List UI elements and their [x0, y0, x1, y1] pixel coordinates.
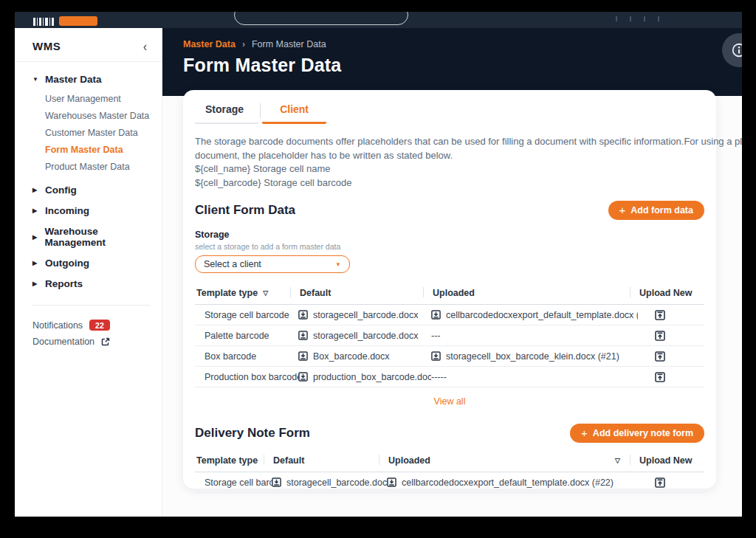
app-title: WMS — [32, 40, 61, 52]
plus-icon: + — [619, 204, 626, 215]
tab-storage[interactable]: Storage — [195, 103, 258, 124]
client-form-data-title: Client Form Data — [195, 203, 295, 218]
notifications-badge: 22 — [89, 320, 110, 331]
add-delivery-note-form-button[interactable]: + Add delivery note form — [570, 424, 704, 443]
sidebar-header: WMS ‹ — [15, 28, 162, 62]
sidebar-item-customer-master-data[interactable]: Customer Master Data — [45, 124, 156, 141]
default-file-name[interactable]: storagecell_barcode.docx — [286, 477, 387, 488]
upload-icon[interactable] — [655, 351, 665, 362]
table-row: Production box barcode production_box_ba… — [195, 367, 704, 387]
sidebar-section-label: Warehouse Management — [45, 226, 156, 248]
default-file-cell: storagecell_barcode.docx — [298, 310, 431, 320]
download-icon[interactable] — [298, 351, 308, 361]
sidebar-collapse-icon[interactable]: ‹ — [143, 40, 147, 53]
sidebar-section-config[interactable]: ▶ Config — [32, 184, 156, 196]
triangle-right-icon: ▶ — [32, 260, 39, 266]
download-icon[interactable] — [431, 351, 441, 361]
template-type-cell: Storage cell barcode — [195, 477, 272, 488]
sidebar-section-label: Config — [45, 184, 77, 196]
default-file-name[interactable]: Box_barcode.docx — [313, 351, 390, 362]
uploaded-file-name[interactable]: storagecell_box_barcode_klein.docx (#21) — [446, 351, 619, 362]
add-form-data-button[interactable]: + Add form data — [608, 201, 705, 220]
upload-icon[interactable] — [655, 477, 665, 488]
upload-icon[interactable] — [655, 331, 665, 341]
uploaded-file-name[interactable]: cellbarcodedocxexport_default_template.d… — [446, 310, 638, 320]
download-icon[interactable] — [298, 331, 308, 340]
sidebar-item-user-management[interactable]: User Management — [45, 90, 156, 107]
col-label: Uploaded — [388, 455, 430, 466]
tab-divider — [260, 103, 261, 118]
default-file-name[interactable]: storagecell_barcode.docx — [313, 331, 418, 341]
uploaded-file-name[interactable]: cellbarcodedocxexport_default_template.d… — [402, 477, 614, 488]
sidebar-section-master-data[interactable]: ▼ Master Data — [32, 74, 156, 85]
col-default: Default — [298, 284, 431, 304]
template-type-cell: Palette barcode — [195, 331, 298, 341]
upload-icon[interactable] — [655, 310, 665, 320]
sidebar-section-label: Reports — [45, 278, 83, 289]
col-uploaded: Uploaded ▽ — [387, 452, 638, 472]
download-icon[interactable] — [298, 310, 308, 320]
client-select-value: Select a client — [204, 259, 261, 269]
template-type-cell: Box barcode — [195, 351, 298, 362]
breadcrumb-master-data[interactable]: Master Data — [183, 39, 236, 49]
col-uploaded: Uploaded — [431, 284, 638, 304]
default-file-cell: Box_barcode.docx — [298, 351, 431, 362]
col-upload-new: Upload New — [638, 452, 704, 472]
triangle-right-icon: ▶ — [32, 187, 39, 193]
sidebar-section-outgoing[interactable]: ▶ Outgoing — [32, 258, 156, 269]
template-type-cell: Production box barcode — [195, 372, 298, 382]
placeholder-description: The storage barcode documents offer plac… — [195, 135, 704, 190]
col-label: Template type — [196, 288, 258, 298]
brand-pill — [59, 16, 97, 26]
storage-field-label: Storage — [195, 230, 704, 240]
documentation-link[interactable]: Documentation — [32, 334, 156, 350]
download-icon[interactable] — [298, 372, 308, 382]
col-default: Default — [272, 452, 387, 472]
app-window: WMS ‹ ▼ Master Data User Management Ware… — [15, 12, 742, 517]
upload-new-cell — [638, 310, 704, 320]
sidebar-section-incoming[interactable]: ▶ Incoming — [32, 205, 156, 216]
sidebar-section-label: Outgoing — [45, 258, 89, 269]
col-template-type[interactable]: Template type ▽ — [195, 284, 298, 304]
sidebar-section-reports[interactable]: ▶ Reports — [32, 278, 156, 289]
download-icon[interactable] — [387, 477, 396, 487]
sidebar-item-form-master-data[interactable]: Form Master Data — [45, 141, 156, 158]
upload-icon[interactable] — [655, 372, 665, 382]
default-file-name[interactable]: storagecell_barcode.docx — [313, 310, 418, 320]
topbar-icons-cropped — [616, 16, 659, 21]
client-select[interactable]: Select a client ▼ — [195, 255, 350, 273]
sidebar-section-warehouse-management[interactable]: ▶ Warehouse Management — [32, 226, 156, 248]
page-title: Form Master Data — [162, 49, 742, 76]
table-header-row: Template type Default Uploaded ▽ Upload … — [195, 452, 704, 472]
view-all-container: View all — [195, 394, 704, 407]
add-delivery-note-form-label: Add delivery note form — [593, 428, 693, 438]
sidebar-section-label: Master Data — [45, 74, 102, 85]
uploaded-file-cell: ----- — [431, 372, 638, 382]
table-header-row: Template type ▽ Default Uploaded Upload … — [195, 284, 704, 305]
uploaded-file-cell: --- — [431, 331, 638, 341]
app-logo[interactable] — [33, 16, 97, 26]
download-icon[interactable] — [431, 310, 441, 320]
triangle-down-icon: ▼ — [32, 76, 39, 83]
notifications-link[interactable]: Notifications 22 — [32, 317, 156, 334]
delivery-note-table: Template type Default Uploaded ▽ Upload … — [195, 452, 704, 493]
table-row: Storage cell barcode storagecell_barcode… — [195, 305, 704, 325]
filter-icon[interactable]: ▽ — [263, 289, 268, 297]
default-file-cell: storagecell_barcode.docx — [272, 477, 387, 488]
filter-icon[interactable]: ▽ — [615, 457, 620, 464]
sidebar-item-warehouses-master-data[interactable]: Warehouses Master Data — [45, 107, 156, 124]
default-file-cell: storagecell_barcode.docx — [298, 331, 431, 341]
breadcrumb-current: Form Master Data — [252, 39, 326, 49]
description-line: document, the placeholder has to be writ… — [195, 149, 704, 163]
delivery-note-form-title: Delivery Note Form — [195, 426, 310, 441]
plus-icon: + — [581, 427, 588, 438]
view-all-link[interactable]: View all — [434, 396, 466, 407]
search-input[interactable] — [234, 12, 408, 25]
storage-field-hint: select a storage to add a form master da… — [195, 242, 704, 251]
sidebar-item-product-master-data[interactable]: Product Master Data — [45, 158, 156, 175]
default-file-name[interactable]: production_box_barcode.docx — [313, 372, 431, 382]
tab-client[interactable]: Client — [262, 103, 326, 124]
placeholder-cell-name: ${cell_name} Storage cell name — [195, 162, 704, 176]
download-icon[interactable] — [272, 477, 281, 487]
delivery-note-form-header: Delivery Note Form + Add delivery note f… — [195, 424, 704, 443]
